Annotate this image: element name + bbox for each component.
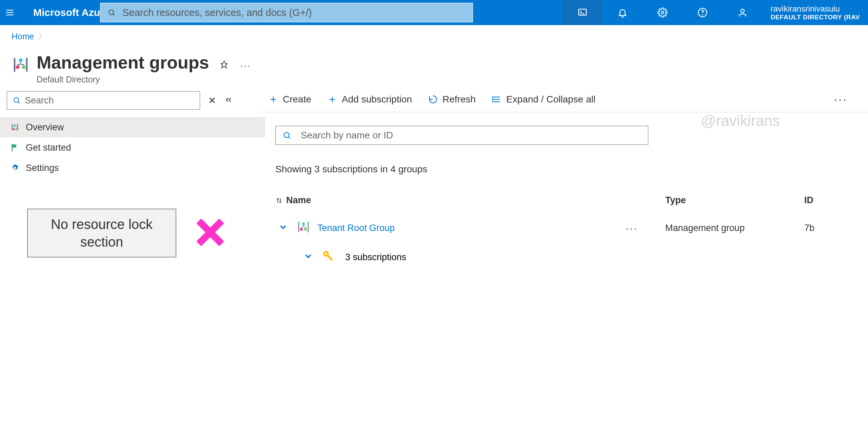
chevron-down-icon: [278, 222, 288, 232]
plus-icon: [328, 95, 337, 104]
main-toolbar: Create Add subscription Refresh Expand /…: [262, 91, 868, 112]
subscriptions-summary[interactable]: 3 subscriptions: [345, 252, 406, 263]
page-subtitle: Default Directory: [37, 75, 209, 84]
sidebar-item-label: Overview: [26, 122, 64, 133]
toolbar-more-button[interactable]: ···: [834, 93, 848, 106]
management-group-icon: [12, 56, 30, 75]
refresh-icon: [428, 95, 438, 104]
svg-point-16: [14, 124, 16, 127]
cloudshell-icon: [577, 7, 588, 18]
cross-icon: [197, 219, 224, 247]
expander-toggle[interactable]: [278, 222, 288, 234]
page-title: Management groups: [37, 52, 209, 73]
svg-point-11: [19, 58, 22, 62]
key-icon: [321, 249, 335, 265]
bell-icon: [617, 7, 628, 18]
global-search[interactable]: [100, 3, 473, 22]
svg-point-31: [300, 228, 303, 231]
button-label: Expand / Collapse all: [506, 94, 595, 105]
chevron-double-left-icon: [224, 95, 233, 104]
brand-label: Microsoft Azu: [33, 7, 100, 18]
button-label: Refresh: [442, 94, 476, 105]
svg-point-14: [14, 98, 19, 102]
table-header: Name Type ID: [275, 195, 868, 206]
sidebar: ✕ Overview Get started: [0, 91, 265, 265]
svg-point-30: [302, 223, 305, 226]
gear-icon: [10, 163, 20, 173]
summary-text: Showing 3 subscriptions in 4 groups: [275, 164, 868, 175]
sidebar-item-settings[interactable]: Settings: [0, 158, 265, 178]
cloudshell-button[interactable]: [563, 0, 603, 25]
row-id: 7b: [804, 223, 838, 233]
column-header-type[interactable]: Type: [665, 195, 804, 206]
sidebar-item-get-started[interactable]: Get started: [0, 137, 265, 158]
settings-button[interactable]: [643, 0, 683, 25]
account-block[interactable]: ravikiransrinivasulu DEFAULT DIRECTORY (…: [763, 0, 868, 25]
sidebar-search-input[interactable]: [25, 95, 194, 106]
annotation: No resource lock section: [27, 209, 265, 257]
filter-search-input[interactable]: [301, 130, 641, 141]
help-button[interactable]: [683, 0, 723, 25]
management-group-icon: [296, 220, 311, 236]
column-header-name[interactable]: Name: [275, 195, 665, 206]
notifications-button[interactable]: [603, 0, 643, 25]
topbar-icon-group: [563, 0, 763, 25]
feedback-button[interactable]: [723, 0, 763, 25]
topbar: Microsoft Azu ravikiransrinivasulu DEFAU…: [0, 0, 868, 25]
sidebar-item-label: Settings: [26, 163, 59, 173]
column-header-id[interactable]: ID: [804, 195, 838, 206]
watermark: @ravikirans: [701, 112, 780, 129]
svg-line-15: [18, 102, 20, 103]
sidebar-item-label: Get started: [26, 142, 71, 153]
svg-point-28: [284, 132, 289, 137]
svg-point-20: [14, 167, 16, 169]
list-icon: [492, 95, 501, 104]
expand-collapse-button[interactable]: Expand / Collapse all: [492, 94, 595, 105]
sidebar-item-overview[interactable]: Overview: [0, 117, 265, 137]
svg-point-9: [702, 15, 703, 15]
breadcrumb-home[interactable]: Home: [12, 32, 34, 41]
clear-search-button[interactable]: ✕: [208, 95, 216, 106]
global-search-input[interactable]: [122, 7, 466, 18]
search-icon: [13, 96, 21, 104]
flag-icon: [10, 143, 20, 152]
hamburger-menu-button[interactable]: [0, 0, 20, 25]
sidebar-menu: Overview Get started Settings: [0, 117, 265, 178]
hamburger-icon: [5, 8, 15, 17]
button-label: Create: [283, 94, 311, 105]
main-panel: Create Add subscription Refresh Expand /…: [265, 91, 868, 265]
plus-icon: [269, 95, 278, 104]
search-icon: [282, 131, 291, 140]
svg-point-17: [13, 128, 15, 130]
help-icon: [697, 7, 708, 18]
gear-icon: [657, 7, 668, 18]
chevron-right-icon: 〉: [38, 31, 46, 41]
overview-icon: [10, 122, 20, 132]
page-more-button[interactable]: ···: [240, 60, 251, 71]
row-more-button[interactable]: ···: [626, 222, 638, 235]
account-username: ravikiransrinivasulu: [771, 4, 840, 14]
svg-point-3: [109, 10, 114, 15]
refresh-button[interactable]: Refresh: [428, 94, 476, 105]
filter-search[interactable]: [275, 126, 648, 145]
add-subscription-button[interactable]: Add subscription: [328, 94, 412, 105]
svg-point-10: [741, 9, 744, 13]
svg-point-12: [16, 65, 19, 69]
table-row: 3 subscriptions: [275, 249, 868, 265]
sidebar-search[interactable]: [7, 91, 200, 110]
collapse-sidebar-button[interactable]: [224, 95, 233, 106]
pin-icon: [219, 60, 229, 70]
search-icon: [107, 8, 116, 17]
create-button[interactable]: Create: [269, 94, 311, 105]
svg-point-32: [304, 228, 307, 231]
account-directory: DEFAULT DIRECTORY (RAV: [771, 14, 860, 21]
sort-icon: [275, 197, 283, 204]
breadcrumb: Home 〉: [0, 25, 868, 47]
page-header: Management groups Default Directory ···: [0, 47, 868, 91]
expander-toggle[interactable]: [303, 251, 313, 264]
svg-point-34: [325, 253, 327, 255]
pin-button[interactable]: [219, 60, 229, 71]
row-name-link[interactable]: Tenant Root Group: [317, 223, 395, 233]
svg-line-4: [113, 14, 115, 16]
feedback-icon: [737, 7, 748, 18]
